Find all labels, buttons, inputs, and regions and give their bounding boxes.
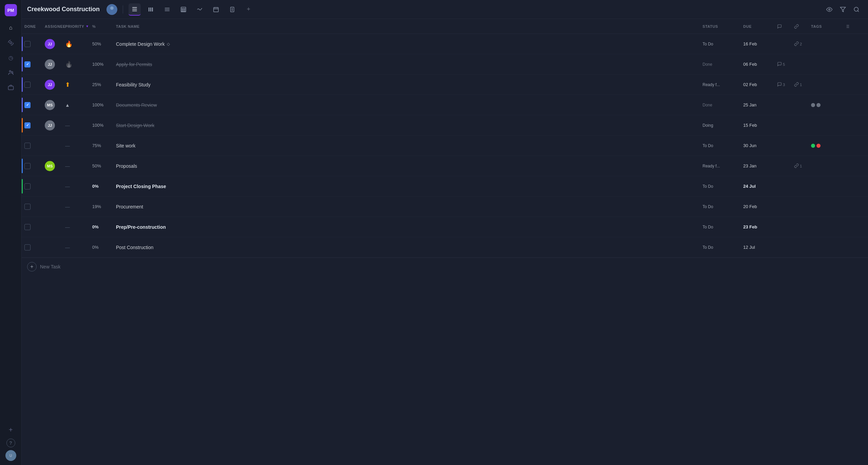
- task-checkbox[interactable]: [24, 204, 45, 210]
- checkbox-unchecked[interactable]: [24, 204, 31, 210]
- new-task-button[interactable]: +: [27, 262, 37, 271]
- checkbox-unchecked[interactable]: [24, 224, 31, 230]
- sidebar-item-team[interactable]: [5, 66, 17, 79]
- due-date-cell: 06 Feb: [743, 62, 777, 67]
- search-button[interactable]: [850, 3, 863, 16]
- col-header-tags[interactable]: TAGS: [811, 24, 845, 28]
- task-checkbox[interactable]: [24, 143, 45, 149]
- col-header-priority[interactable]: PRIORITY ▼: [65, 24, 92, 28]
- comment-icon: [777, 62, 782, 67]
- col-header-done[interactable]: DONE: [24, 24, 45, 28]
- due-date-cell: 12 Jul: [743, 245, 777, 250]
- assignee-avatar[interactable]: JJ: [45, 39, 55, 49]
- assignee-avatar[interactable]: JJ: [45, 80, 55, 90]
- col-header-assignee[interactable]: ASSIGNEE: [45, 24, 65, 28]
- status-cell: Doing: [703, 123, 743, 128]
- due-date-cell: 24 Jul: [743, 184, 777, 189]
- status-cell: To Do: [703, 184, 743, 189]
- table-row[interactable]: JJ—100%Start Design WorkDoing15 Feb: [22, 115, 868, 136]
- percentage-cell: 100%: [92, 62, 116, 67]
- table-row[interactable]: MS—50%ProposalsReady f...23 Jan1: [22, 156, 868, 176]
- sidebar: PM ⌂ ◷ + ? U: [0, 0, 22, 465]
- table-row[interactable]: JJ🔥100%Apply for PermitsDone06 Feb5: [22, 54, 868, 75]
- calendar-view-button[interactable]: [210, 3, 222, 16]
- task-checkbox[interactable]: [24, 122, 45, 128]
- column-headers: DONE ASSIGNEE PRIORITY ▼ % TASK NAME STA…: [22, 19, 868, 34]
- task-checkbox[interactable]: [24, 224, 45, 230]
- sidebar-user-avatar[interactable]: U: [5, 450, 16, 461]
- table-row[interactable]: JJ🔥50%Complete Design Work ◇To Do16 Feb2: [22, 34, 868, 54]
- col-header-due[interactable]: DUE: [743, 24, 777, 28]
- comments-cell: 5: [777, 62, 794, 67]
- priority-cell: —: [65, 245, 92, 250]
- sidebar-item-add[interactable]: +: [5, 424, 17, 436]
- checkbox-unchecked[interactable]: [24, 244, 31, 250]
- sidebar-item-notifications[interactable]: [5, 37, 17, 49]
- assignee-avatar[interactable]: JJ: [45, 59, 55, 69]
- project-avatar[interactable]: [106, 4, 117, 15]
- doc-view-button[interactable]: [226, 3, 238, 16]
- link-icon: [794, 41, 799, 47]
- table-row[interactable]: —19%ProcurementTo Do20 Feb: [22, 197, 868, 217]
- link-count: 1: [800, 164, 802, 168]
- checkbox-unchecked[interactable]: [24, 41, 31, 47]
- assignee-cell: MS: [45, 161, 65, 171]
- task-checkbox[interactable]: [24, 102, 45, 108]
- task-checkbox[interactable]: [24, 82, 45, 88]
- watch-button[interactable]: [823, 3, 835, 16]
- task-checkbox[interactable]: [24, 244, 45, 250]
- task-diamond-icon: ◇: [167, 42, 170, 46]
- table-view-button[interactable]: [177, 3, 190, 16]
- table-row[interactable]: JJ⬆25%Feasibility StudyReady f...02 Feb3…: [22, 75, 868, 95]
- task-name-text: Prep/Pre-construction: [116, 224, 166, 230]
- app-logo[interactable]: PM: [5, 4, 17, 16]
- status-cell: Done: [703, 103, 743, 107]
- checkbox-unchecked[interactable]: [24, 163, 31, 169]
- col-header-pct[interactable]: %: [92, 24, 116, 28]
- due-date-cell: 25 Jan: [743, 102, 777, 107]
- task-name-cell: Documents Review: [116, 102, 703, 108]
- sidebar-item-help[interactable]: ?: [6, 439, 15, 447]
- table-row[interactable]: —0%Project Closing PhaseTo Do24 Jul: [22, 176, 868, 197]
- menu-view-button[interactable]: [161, 3, 173, 16]
- checkbox-unchecked[interactable]: [24, 143, 31, 149]
- col-header-status[interactable]: STATUS: [703, 24, 743, 28]
- percentage-cell: 50%: [92, 41, 116, 46]
- task-checkbox[interactable]: [24, 163, 45, 169]
- col-header-sort-filter[interactable]: [845, 24, 865, 29]
- gantt-view-button[interactable]: [145, 3, 157, 16]
- svg-point-2: [11, 72, 13, 73]
- checkbox-checked[interactable]: [24, 61, 31, 67]
- fire-priority-icon: 🔥: [65, 40, 73, 48]
- task-checkbox[interactable]: [24, 183, 45, 189]
- col-header-task-name[interactable]: TASK NAME: [116, 24, 703, 28]
- add-view-button[interactable]: +: [242, 3, 255, 16]
- main-content: Creekwood Construction: [22, 0, 868, 465]
- filter-button[interactable]: [837, 3, 849, 16]
- table-row[interactable]: —0%Post ConstructionTo Do12 Jul: [22, 237, 868, 258]
- table-row[interactable]: —0%Prep/Pre-constructionTo Do23 Feb: [22, 217, 868, 237]
- svg-point-6: [108, 11, 115, 15]
- table-row[interactable]: MS▲100%Documents ReviewDone25 Jan: [22, 95, 868, 115]
- percentage-cell: 75%: [92, 143, 116, 148]
- checkbox-checked[interactable]: [24, 102, 31, 108]
- assignee-avatar[interactable]: JJ: [45, 120, 55, 130]
- assignee-cell: MS: [45, 100, 65, 110]
- svg-rect-11: [150, 7, 151, 12]
- priority-cell: 🔥: [65, 61, 92, 68]
- checkbox-unchecked[interactable]: [24, 183, 31, 189]
- table-row[interactable]: —75%Site workTo Do30 Jun: [22, 136, 868, 156]
- assignee-avatar[interactable]: MS: [45, 100, 55, 110]
- assignee-avatar[interactable]: MS: [45, 161, 55, 171]
- list-view-button[interactable]: [129, 3, 141, 16]
- checkbox-unchecked[interactable]: [24, 82, 31, 88]
- percentage-cell: 0%: [92, 184, 116, 189]
- task-checkbox[interactable]: [24, 61, 45, 67]
- sidebar-item-home[interactable]: ⌂: [5, 22, 17, 34]
- checkbox-checked[interactable]: [24, 122, 31, 128]
- chart-view-button[interactable]: [194, 3, 206, 16]
- percentage-cell: 100%: [92, 102, 116, 107]
- sidebar-item-briefcase[interactable]: [5, 81, 17, 94]
- task-checkbox[interactable]: [24, 41, 45, 47]
- sidebar-item-history[interactable]: ◷: [5, 52, 17, 64]
